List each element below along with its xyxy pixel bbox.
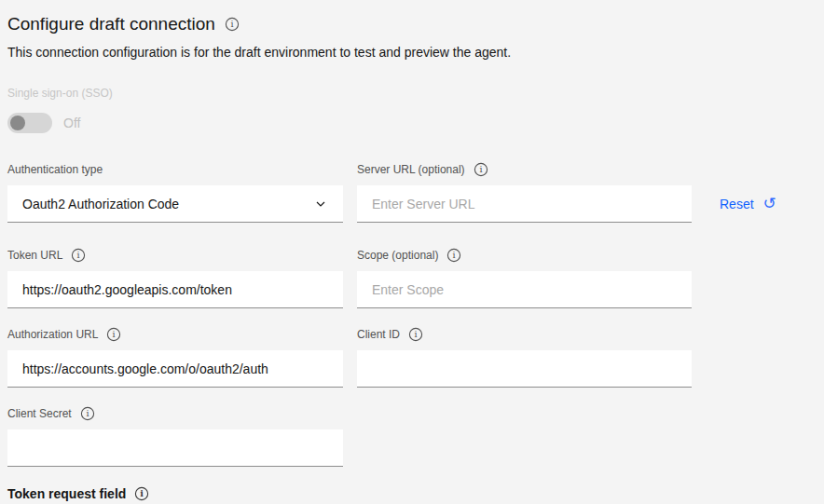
client-secret-label: Client Secret	[7, 406, 343, 421]
server-url-label: Server URL (optional)	[357, 162, 692, 177]
token-url-input[interactable]	[7, 271, 343, 308]
authorization-url-label: Authorization URL	[7, 327, 343, 342]
chevron-down-icon	[313, 197, 328, 211]
server-url-label-text: Server URL (optional)	[357, 162, 465, 177]
auth-type-dropdown[interactable]: Oauth2 Authorization Code	[7, 185, 343, 223]
token-url-label: Token URL	[7, 248, 343, 263]
reset-restart-icon: ↺	[763, 197, 776, 211]
configure-draft-connection-panel: Configure draft connection This connecti…	[0, 0, 824, 501]
reset-label: Reset	[720, 197, 754, 211]
connection-form: Authentication type Oauth2 Authorization…	[7, 162, 824, 467]
server-url-field: Server URL (optional)	[357, 162, 692, 223]
client-id-field: Client ID	[357, 327, 692, 388]
sso-toggle[interactable]	[7, 113, 52, 133]
sso-toggle-knob	[10, 116, 25, 130]
client-id-input[interactable]	[357, 350, 692, 388]
client-id-info-icon[interactable]	[408, 327, 423, 342]
server-url-input[interactable]	[357, 185, 692, 223]
scope-field: Scope (optional)	[357, 248, 692, 308]
form-row-2: Token URL Scope (optional)	[7, 248, 824, 308]
reset-button[interactable]: Reset ↺	[720, 197, 776, 211]
token-url-info-icon[interactable]	[71, 248, 86, 263]
page-header: Configure draft connection	[7, 13, 824, 35]
authorization-url-info-icon[interactable]	[106, 327, 121, 342]
token-request-field-heading-text: Token request field	[7, 486, 126, 501]
token-request-field-info-icon[interactable]	[134, 486, 149, 501]
client-secret-info-icon[interactable]	[80, 406, 95, 421]
auth-type-label: Authentication type	[7, 162, 343, 177]
client-id-label: Client ID	[357, 327, 692, 342]
auth-type-dropdown-value: Oauth2 Authorization Code	[22, 197, 179, 211]
scope-info-icon[interactable]	[446, 248, 461, 263]
client-secret-field: Client Secret	[7, 406, 343, 467]
token-url-label-text: Token URL	[7, 248, 62, 263]
scope-label: Scope (optional)	[357, 248, 692, 263]
server-url-info-icon[interactable]	[474, 162, 488, 177]
sso-toggle-state-label: Off	[63, 116, 80, 130]
scope-input[interactable]	[357, 271, 692, 308]
form-row-1: Authentication type Oauth2 Authorization…	[7, 162, 824, 223]
sso-label: Single sign-on (SSO)	[7, 86, 824, 101]
token-url-field: Token URL	[7, 248, 343, 308]
authorization-url-label-text: Authorization URL	[7, 327, 98, 342]
authorization-url-field: Authorization URL	[7, 327, 343, 388]
reset-cell: Reset ↺	[706, 162, 824, 223]
authorization-url-input[interactable]	[7, 350, 343, 388]
sso-toggle-row: Off	[7, 113, 824, 133]
page-subtitle: This connection configuration is for the…	[7, 44, 824, 61]
client-secret-label-text: Client Secret	[7, 406, 72, 421]
token-request-field-heading: Token request field	[7, 486, 824, 501]
page-title-info-icon[interactable]	[225, 17, 240, 32]
form-row-3: Authorization URL Client ID	[7, 327, 824, 388]
client-secret-input[interactable]	[7, 429, 343, 467]
auth-type-field: Authentication type Oauth2 Authorization…	[7, 162, 343, 223]
form-row-4: Client Secret	[7, 406, 824, 467]
auth-type-label-text: Authentication type	[7, 162, 103, 177]
page-title: Configure draft connection	[7, 13, 215, 35]
scope-label-text: Scope (optional)	[357, 248, 438, 263]
client-id-label-text: Client ID	[357, 327, 400, 342]
